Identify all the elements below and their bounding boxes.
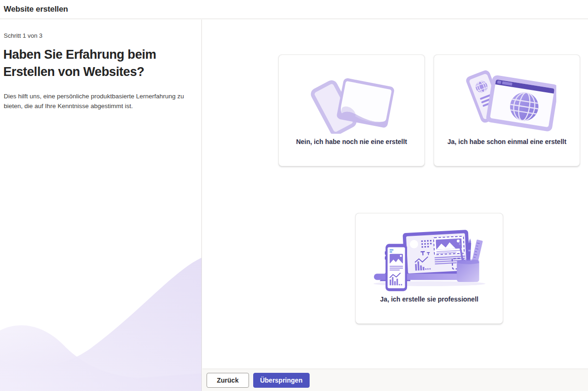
back-button[interactable]: Zurück	[207, 373, 249, 388]
option-card-some-experience[interactable]: Ja, ich habe schon einmal eine erstellt	[434, 55, 580, 166]
app-header: Website erstellen	[0, 0, 588, 19]
option-label: Nein, ich habe noch nie eine erstellt	[296, 138, 407, 166]
skip-button[interactable]: Überspringen	[253, 373, 310, 388]
option-label: Ja, ich erstelle sie professionell	[380, 295, 478, 323]
sticky-notes-illustration	[279, 55, 424, 138]
question-heading: Haben Sie Erfahrung beim Erstellen von W…	[3, 46, 192, 81]
option-card-no-experience[interactable]: Nein, ich habe noch nie eine erstellt	[278, 55, 425, 166]
step-indicator: Schritt 1 von 3	[4, 32, 201, 39]
wizard-side-panel: Schritt 1 von 3 Haben Sie Erfahrung beim…	[0, 20, 202, 391]
page-title: Website erstellen	[4, 5, 68, 14]
question-description: Dies hilft uns, eine persönliche produkt…	[4, 91, 194, 111]
designer-workspace-illustration	[356, 213, 503, 295]
option-card-professional[interactable]: Ja, ich erstelle sie professionell	[355, 213, 503, 324]
wave-decoration-graphic	[0, 251, 201, 391]
wizard-footer: Zurück Überspringen	[202, 369, 588, 391]
option-label: Ja, ich habe schon einmal eine erstellt	[447, 138, 566, 166]
phone-browser-globe-illustration	[434, 55, 580, 138]
options-main-area: Nein, ich habe noch nie eine erstellt	[202, 20, 588, 391]
